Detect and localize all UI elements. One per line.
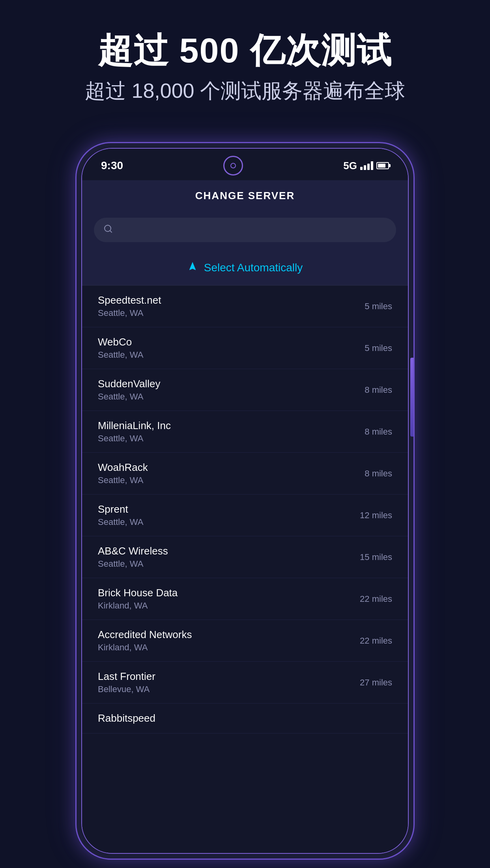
server-item[interactable]: Last FrontierBellevue, WA27 miles	[82, 662, 408, 704]
server-name: Speedtest.net	[98, 294, 161, 306]
camera-dot	[230, 163, 236, 168]
server-distance: 5 miles	[365, 301, 392, 312]
server-info: Brick House DataKirkland, WA	[98, 587, 178, 611]
search-container	[82, 210, 408, 250]
hero-subtitle: 超过 18,000 个测试服务器遍布全球	[24, 78, 466, 105]
server-info: AB&C WirelessSeattle, WA	[98, 545, 168, 569]
server-info: Accredited NetworksKirkland, WA	[98, 629, 192, 653]
network-label: 5G	[343, 160, 357, 172]
server-name: MilleniaLink, Inc	[98, 420, 171, 432]
select-automatically-label: Select Automatically	[204, 261, 303, 274]
server-info: Speedtest.netSeattle, WA	[98, 294, 161, 318]
server-location: Kirkland, WA	[98, 601, 178, 611]
server-item[interactable]: WoahRackSeattle, WA8 miles	[82, 453, 408, 495]
server-location: Seattle, WA	[98, 392, 161, 402]
server-location: Bellevue, WA	[98, 684, 155, 694]
server-name: AB&C Wireless	[98, 545, 168, 557]
hero-title: 超过 500 亿次测试	[24, 32, 466, 70]
server-location: Seattle, WA	[98, 350, 143, 360]
server-distance: 22 miles	[360, 636, 392, 646]
battery-fill	[378, 164, 385, 168]
search-icon	[103, 224, 113, 236]
server-name: SuddenValley	[98, 378, 161, 390]
select-automatically-row[interactable]: Select Automatically	[82, 250, 408, 286]
signal-bars-icon	[360, 161, 373, 170]
server-distance: 12 miles	[360, 510, 392, 521]
search-bar[interactable]	[94, 218, 396, 242]
server-item[interactable]: WebCoSeattle, WA5 miles	[82, 327, 408, 369]
server-name: WoahRack	[98, 461, 148, 474]
server-name: Last Frontier	[98, 670, 155, 683]
server-info: WoahRackSeattle, WA	[98, 461, 148, 485]
server-distance: 8 miles	[365, 469, 392, 479]
server-location: Kirkland, WA	[98, 642, 192, 653]
phone-outer: 9:30 5G	[75, 142, 415, 860]
scrollbar[interactable]	[410, 358, 413, 437]
svg-line-1	[110, 231, 112, 232]
battery-icon	[376, 162, 389, 169]
signal-bar-1	[360, 167, 363, 170]
server-distance: 27 miles	[360, 678, 392, 688]
server-info: Rabbitspeed	[98, 712, 155, 724]
server-item[interactable]: MilleniaLink, IncSeattle, WA8 miles	[82, 411, 408, 453]
server-item[interactable]: Brick House DataKirkland, WA22 miles	[82, 578, 408, 620]
server-location: Seattle, WA	[98, 433, 171, 444]
status-right: 5G	[343, 160, 389, 172]
server-list: Speedtest.netSeattle, WA5 milesWebCoSeat…	[82, 286, 408, 734]
app-content: CHANGE SERVER	[82, 180, 408, 853]
server-location: Seattle, WA	[98, 559, 168, 569]
server-distance: 8 miles	[365, 427, 392, 437]
server-info: MilleniaLink, IncSeattle, WA	[98, 420, 171, 444]
server-distance: 15 miles	[360, 552, 392, 562]
server-info: WebCoSeattle, WA	[98, 336, 143, 360]
phone-mockup: 9:30 5G	[75, 142, 415, 860]
server-item[interactable]: SprentSeattle, WA12 miles	[82, 495, 408, 536]
server-item[interactable]: Accredited NetworksKirkland, WA22 miles	[82, 620, 408, 662]
signal-bar-2	[364, 165, 366, 170]
status-center-icon	[223, 156, 243, 175]
server-item[interactable]: Speedtest.netSeattle, WA5 miles	[82, 286, 408, 327]
server-item[interactable]: Rabbitspeed	[82, 704, 408, 734]
server-location: Seattle, WA	[98, 517, 143, 527]
server-info: Last FrontierBellevue, WA	[98, 670, 155, 694]
app-header: CHANGE SERVER	[82, 180, 408, 210]
status-time: 9:30	[101, 159, 123, 172]
server-distance: 22 miles	[360, 594, 392, 604]
search-input[interactable]	[118, 225, 387, 235]
server-distance: 5 miles	[365, 343, 392, 353]
change-server-title: CHANGE SERVER	[98, 190, 392, 202]
server-name: Rabbitspeed	[98, 712, 155, 724]
server-item[interactable]: AB&C WirelessSeattle, WA15 miles	[82, 536, 408, 578]
server-item[interactable]: SuddenValleySeattle, WA8 miles	[82, 369, 408, 411]
server-name: Accredited Networks	[98, 629, 192, 641]
server-name: Sprent	[98, 503, 143, 515]
navigate-icon	[187, 261, 198, 274]
server-location: Seattle, WA	[98, 475, 148, 485]
signal-bar-3	[367, 164, 370, 170]
status-bar: 9:30 5G	[82, 149, 408, 180]
server-info: SuddenValleySeattle, WA	[98, 378, 161, 402]
signal-bar-4	[371, 161, 373, 170]
phone-inner: 9:30 5G	[81, 148, 409, 854]
server-info: SprentSeattle, WA	[98, 503, 143, 527]
server-name: WebCo	[98, 336, 143, 348]
hero-section: 超过 500 亿次测试 超过 18,000 个测试服务器遍布全球	[0, 0, 490, 120]
server-location: Seattle, WA	[98, 308, 161, 318]
server-name: Brick House Data	[98, 587, 178, 599]
server-distance: 8 miles	[365, 385, 392, 395]
